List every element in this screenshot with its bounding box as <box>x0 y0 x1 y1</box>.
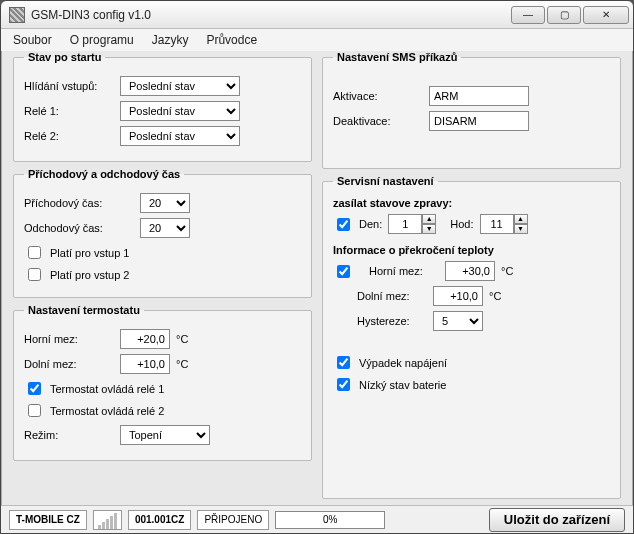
svc-dolni-input[interactable] <box>433 286 483 306</box>
app-window: GSM-DIN3 config v1.0 — ▢ ✕ Soubor O prog… <box>0 0 634 534</box>
menu-jazyky[interactable]: Jazyky <box>152 33 189 47</box>
sms-group: Nastavení SMS příkazů Aktivace: Deaktiva… <box>322 51 621 169</box>
window-title: GSM-DIN3 config v1.0 <box>31 8 511 22</box>
den-stepper[interactable]: ▲▼ <box>388 214 436 234</box>
odchod-select[interactable]: 20 <box>140 218 190 238</box>
den-input[interactable] <box>388 214 422 234</box>
svc-horni-input[interactable] <box>445 261 495 281</box>
thermo-group: Nastavení termostatu Horní mez: °C Dolní… <box>13 304 312 461</box>
hod-label: Hod: <box>450 218 473 230</box>
thermo-dolni-input[interactable] <box>120 354 170 374</box>
rele1-label: Relé 1: <box>24 105 114 117</box>
startup-group: Stav po startu Hlídání vstupů: Poslední … <box>13 51 312 162</box>
svc-unit2: °C <box>489 290 501 302</box>
den-label: Den: <box>359 218 382 230</box>
menubar: Soubor O programu Jazyky Průvodce <box>1 29 633 51</box>
teplota-checkbox[interactable] <box>337 265 350 278</box>
zasilat-checkbox[interactable] <box>337 218 350 231</box>
hlidani-label: Hlídání vstupů: <box>24 80 114 92</box>
prichod-select[interactable]: 20 <box>140 193 190 213</box>
rele1-select[interactable]: Poslední stav <box>120 101 240 121</box>
ovlada1-label: Termostat ovládá relé 1 <box>50 383 164 395</box>
svc-horni-label: Horní mez: <box>369 265 439 277</box>
signal-icon <box>93 510 122 530</box>
deaktivace-label: Deaktivace: <box>333 115 423 127</box>
status-code: 001.001CZ <box>128 510 191 530</box>
prichod-label: Příchodový čas: <box>24 197 134 209</box>
hod-input[interactable] <box>480 214 514 234</box>
thermo-horni-input[interactable] <box>120 329 170 349</box>
rele2-label: Relé 2: <box>24 130 114 142</box>
aktivace-label: Aktivace: <box>333 90 423 102</box>
plati1-checkbox[interactable] <box>28 246 41 259</box>
den-up-icon[interactable]: ▲ <box>422 214 436 224</box>
app-icon <box>9 7 25 23</box>
thermo-dolni-label: Dolní mez: <box>24 358 114 370</box>
plati2-label: Platí pro vstup 2 <box>50 269 130 281</box>
vypadek-label: Výpadek napájení <box>359 357 447 369</box>
rezim-select[interactable]: Topení <box>120 425 210 445</box>
teplota-header: Informace o překročení teploty <box>333 244 610 256</box>
deaktivace-input[interactable] <box>429 111 529 131</box>
progress-text: 0% <box>323 514 337 525</box>
thermo-horni-label: Horní mez: <box>24 333 114 345</box>
rezim-label: Režim: <box>24 429 114 441</box>
service-legend: Servisní nastavení <box>333 175 438 187</box>
svc-dolni-label: Dolní mez: <box>357 290 427 302</box>
save-to-device-button[interactable]: Uložit do zařízení <box>489 508 625 532</box>
zasilat-header: zasílat stavove zpravy: <box>333 197 610 209</box>
vypadek-checkbox[interactable] <box>337 356 350 369</box>
service-group: Servisní nastavení zasílat stavove zprav… <box>322 175 621 499</box>
statusbar: T-MOBILE CZ 001.001CZ PŘIPOJENO 0% Uloži… <box>1 505 633 533</box>
baterie-checkbox[interactable] <box>337 378 350 391</box>
status-connection: PŘIPOJENO <box>197 510 269 530</box>
menu-soubor[interactable]: Soubor <box>13 33 52 47</box>
ovlada2-label: Termostat ovládá relé 2 <box>50 405 164 417</box>
rele2-select[interactable]: Poslední stav <box>120 126 240 146</box>
minimize-button[interactable]: — <box>511 6 545 24</box>
hlidani-select[interactable]: Poslední stav <box>120 76 240 96</box>
progress-bar: 0% <box>275 511 385 529</box>
hyst-label: Hystereze: <box>357 315 427 327</box>
timing-legend: Příchodový a odchodový čas <box>24 168 184 180</box>
plati1-label: Platí pro vstup 1 <box>50 247 130 259</box>
menu-pruvodce[interactable]: Průvodce <box>206 33 257 47</box>
ovlada1-checkbox[interactable] <box>28 382 41 395</box>
hod-stepper[interactable]: ▲▼ <box>480 214 528 234</box>
hyst-select[interactable]: 5 <box>433 311 483 331</box>
titlebar: GSM-DIN3 config v1.0 — ▢ ✕ <box>1 1 633 29</box>
menu-oprogramu[interactable]: O programu <box>70 33 134 47</box>
thermo-unit2: °C <box>176 358 188 370</box>
hod-up-icon[interactable]: ▲ <box>514 214 528 224</box>
timing-group: Příchodový a odchodový čas Příchodový ča… <box>13 168 312 298</box>
odchod-label: Odchodový čas: <box>24 222 134 234</box>
maximize-button[interactable]: ▢ <box>547 6 581 24</box>
startup-legend: Stav po startu <box>24 51 105 63</box>
aktivace-input[interactable] <box>429 86 529 106</box>
sms-legend: Nastavení SMS příkazů <box>333 51 461 63</box>
hod-down-icon[interactable]: ▼ <box>514 224 528 234</box>
close-button[interactable]: ✕ <box>583 6 629 24</box>
thermo-unit1: °C <box>176 333 188 345</box>
ovlada2-checkbox[interactable] <box>28 404 41 417</box>
plati2-checkbox[interactable] <box>28 268 41 281</box>
svc-unit1: °C <box>501 265 513 277</box>
status-operator: T-MOBILE CZ <box>9 510 87 530</box>
den-down-icon[interactable]: ▼ <box>422 224 436 234</box>
baterie-label: Nízký stav baterie <box>359 379 446 391</box>
thermo-legend: Nastavení termostatu <box>24 304 144 316</box>
